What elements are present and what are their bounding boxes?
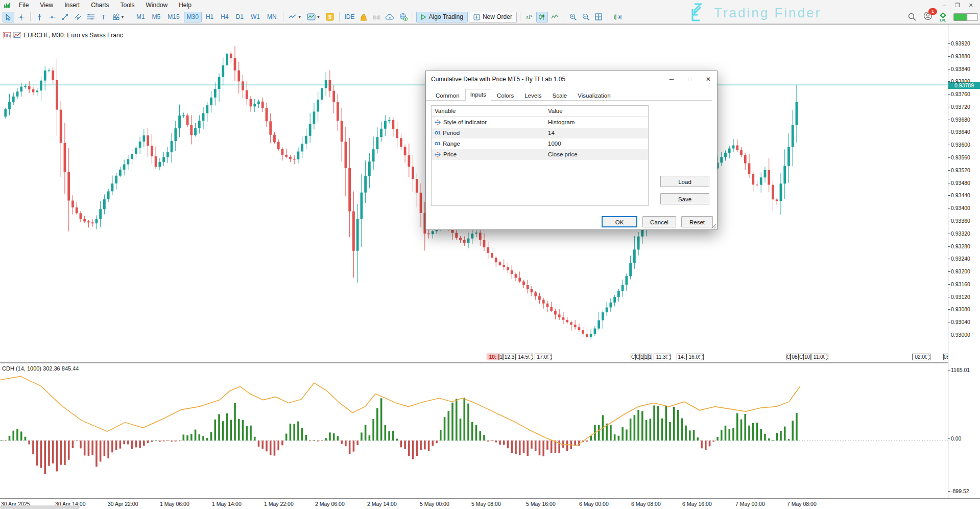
dialog-maximize-button[interactable]: □ <box>686 76 694 83</box>
text-tool-button[interactable]: T <box>98 12 109 22</box>
menu-charts[interactable]: Charts <box>85 1 114 10</box>
timeframe-d1[interactable]: D1 <box>233 12 247 22</box>
window-restore-button[interactable]: ❐ <box>952 2 963 9</box>
menu-view[interactable]: View <box>34 1 59 10</box>
shapes-tool-button[interactable]: ▼ <box>110 12 127 22</box>
cdh-histogram-bar <box>760 429 762 441</box>
parameter-value[interactable]: 14 <box>545 128 648 138</box>
cdh-histogram-bar <box>634 415 636 441</box>
window-minimize-button[interactable]: – <box>939 2 949 9</box>
menu-help[interactable]: Help <box>173 1 197 10</box>
parameter-value[interactable]: Close price <box>545 149 648 160</box>
parameters-table[interactable]: VariableValueStyle of indicatorHistogram… <box>431 105 649 206</box>
price-axis[interactable]: 0.93789 0.939200.938800.938400.938000.93… <box>948 25 980 498</box>
dialog-resize-grip[interactable] <box>711 224 716 228</box>
community-button[interactable] <box>397 12 410 22</box>
save-button[interactable]: Save <box>660 193 709 204</box>
new-order-button[interactable]: New Order <box>469 12 517 22</box>
signals-button[interactable]: ((o)) <box>371 12 383 22</box>
shapes-dropdown-caret[interactable]: ▼ <box>121 15 125 19</box>
menu-insert[interactable]: Insert <box>59 1 85 10</box>
reset-button[interactable]: Reset <box>681 216 713 227</box>
ide-button[interactable]: IDE <box>343 12 357 22</box>
zoom-in-button[interactable] <box>567 12 579 22</box>
notification-badge: 1 <box>928 8 937 15</box>
menu-window[interactable]: Window <box>140 1 174 10</box>
price-tick: 0.93640 <box>951 129 970 135</box>
tab-visualization[interactable]: Visualization <box>572 90 615 101</box>
price-tick: 0.93200 <box>951 268 970 274</box>
cdh-histogram-bar <box>709 441 711 446</box>
chart-shift-button[interactable] <box>611 12 624 22</box>
timeframe-w1[interactable]: W1 <box>248 12 263 22</box>
time-tick: 7 May 08:00 <box>787 501 817 507</box>
load-button[interactable]: Load <box>660 176 709 187</box>
timeframe-mn[interactable]: MN <box>264 12 280 22</box>
time-axis[interactable]: 30 Apr 202530 Apr 14:0030 Apr 22:001 May… <box>0 498 980 509</box>
cdh-histogram-bar <box>64 441 66 465</box>
cdh-histogram-bar <box>456 399 458 441</box>
column-header-value: Value <box>545 106 648 117</box>
crosshair-tool-button[interactable] <box>15 12 27 22</box>
timeframe-h4[interactable]: H4 <box>218 12 231 22</box>
level-indicator[interactable]: LVL <box>940 12 946 22</box>
cdh-histogram-bar <box>285 434 288 441</box>
trendline-tool-button[interactable] <box>59 12 71 22</box>
cdh-indicator-chart[interactable] <box>0 363 948 498</box>
price-tick: 0.93120 <box>951 294 970 300</box>
timeframe-h1[interactable]: H1 <box>203 12 217 22</box>
zoom-out-button[interactable] <box>580 12 592 22</box>
vertical-line-tool-button[interactable] <box>34 12 45 22</box>
cursor-tool-button[interactable] <box>3 12 14 22</box>
cloud-button[interactable] <box>384 12 396 22</box>
tab-colors[interactable]: Colors <box>492 90 519 101</box>
menu-file[interactable]: File <box>13 1 34 10</box>
cdh-histogram-bar <box>460 419 462 441</box>
cdh-histogram-bar <box>653 405 655 441</box>
cdh-histogram-bar <box>385 425 387 441</box>
price-tick: 0.93400 <box>951 205 970 211</box>
parameter-row[interactable]: Style of indicatorHistogram <box>432 117 648 128</box>
tab-inputs[interactable]: Inputs <box>465 89 491 101</box>
cdh-histogram-bar <box>428 441 430 451</box>
candlestick-chart-button[interactable] <box>536 12 548 22</box>
tick-chart-button[interactable]: 1 <box>523 12 535 22</box>
parameter-row[interactable]: O1Range1000 <box>432 138 648 149</box>
dialog-title-bar[interactable]: Cumulative Delta with Price MT5 - By TFL… <box>426 71 717 87</box>
cancel-button[interactable]: Cancel <box>642 216 676 227</box>
template-dropdown-caret[interactable]: ▼ <box>298 15 302 19</box>
dialog-minimize-button[interactable]: ─ <box>668 76 675 83</box>
tile-windows-button[interactable] <box>593 12 605 22</box>
profile-notifications[interactable]: 1 <box>923 11 933 22</box>
horizontal-scrollbar[interactable] <box>0 505 80 509</box>
level-icon <box>940 12 946 18</box>
horizontal-line-tool-button[interactable] <box>46 12 58 22</box>
channel-tool-button[interactable] <box>72 12 84 22</box>
timeframe-m1[interactable]: M1 <box>133 12 148 22</box>
market-button[interactable] <box>358 12 370 22</box>
window-close-button[interactable]: ✕ <box>966 2 976 9</box>
indicators-dropdown-caret[interactable]: ▼ <box>317 15 321 19</box>
indicators-button[interactable]: ▼ <box>305 12 323 22</box>
parameter-value[interactable]: 1000 <box>545 138 648 149</box>
parameter-row[interactable]: PriceClose price <box>432 149 648 160</box>
dialog-close-button[interactable]: ✕ <box>705 76 712 83</box>
timeframe-m15[interactable]: M15 <box>164 12 182 22</box>
cdh-histogram-bar <box>107 441 109 458</box>
tab-levels[interactable]: Levels <box>519 90 546 101</box>
line-chart-button[interactable] <box>549 12 561 22</box>
parameter-row[interactable]: O1Period14 <box>432 128 648 138</box>
tab-common[interactable]: Common <box>431 90 465 101</box>
timeframe-m30[interactable]: M30 <box>184 12 202 22</box>
search-icon[interactable] <box>908 13 916 21</box>
menu-tools[interactable]: Tools <box>115 1 140 10</box>
ok-button[interactable]: OK <box>602 216 637 227</box>
algo-trading-button[interactable]: Algo Trading <box>416 12 468 22</box>
cdh-histogram-bar <box>147 441 149 443</box>
fibonacci-tool-button[interactable] <box>85 12 97 22</box>
parameter-value[interactable]: Histogram <box>545 117 648 128</box>
dollar-symbols-button[interactable]: $ <box>324 12 336 22</box>
timeframe-m5[interactable]: M5 <box>149 12 164 22</box>
tab-scale[interactable]: Scale <box>547 90 572 101</box>
chart-template-button[interactable]: ▼ <box>286 12 304 22</box>
